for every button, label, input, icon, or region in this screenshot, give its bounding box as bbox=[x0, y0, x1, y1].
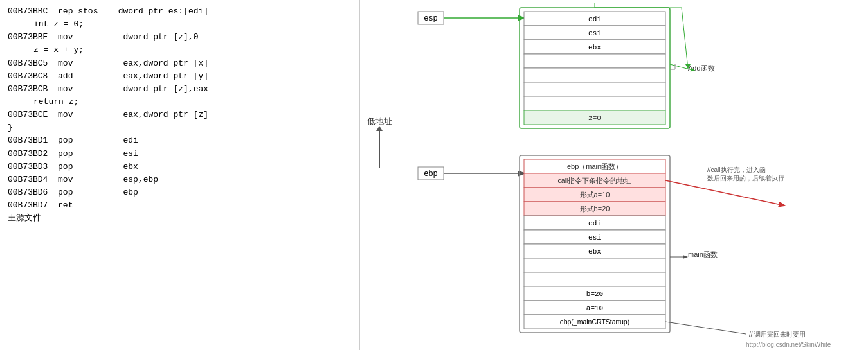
svg-text:Add函数: Add函数 bbox=[688, 64, 715, 72]
svg-line-47 bbox=[665, 180, 784, 206]
stack-diagram-svg: esp ebp edi esi bbox=[399, 0, 868, 350]
svg-text:call指令下条指令的地址: call指令下条指令的地址 bbox=[558, 177, 632, 184]
svg-text:ebp（main函数）: ebp（main函数） bbox=[567, 162, 622, 170]
svg-text:ebx: ebx bbox=[588, 248, 601, 256]
code-line: 00B73BBC rep stos dword ptr es:[edi] bbox=[8, 5, 352, 18]
svg-text:esp: esp bbox=[424, 14, 438, 23]
svg-text:ebx: ebx bbox=[588, 44, 601, 51]
svg-text:// 调用完回来时要用: // 调用完回来时要用 bbox=[749, 331, 806, 338]
svg-text:ebp(_mainCRTStartup): ebp(_mainCRTStartup) bbox=[560, 318, 629, 326]
code-line: 00B73BCE mov eax,dword ptr [z] bbox=[8, 109, 352, 121]
svg-text://call执行完，进入函: //call执行完，进入函 bbox=[707, 166, 766, 173]
code-line: 00B73BD3 pop ebx bbox=[8, 161, 352, 173]
svg-text:ebp: ebp bbox=[424, 170, 438, 179]
svg-rect-37 bbox=[524, 272, 665, 286]
svg-text:z=0: z=0 bbox=[588, 114, 601, 122]
svg-text:esi: esi bbox=[588, 234, 601, 241]
svg-text:形式a=10: 形式a=10 bbox=[580, 191, 610, 198]
code-line: 00B73BC8 add eax,dword ptr [y] bbox=[8, 70, 352, 83]
svg-rect-36 bbox=[524, 258, 665, 272]
code-line: 00B73BD2 pop esi bbox=[8, 148, 352, 161]
svg-rect-12 bbox=[524, 54, 665, 68]
svg-text:a=10: a=10 bbox=[586, 304, 603, 312]
code-line: 王源文件 bbox=[8, 212, 352, 225]
svg-rect-15 bbox=[524, 96, 665, 110]
svg-text:数后回来用的，后续着执行: 数后回来用的，后续着执行 bbox=[707, 175, 784, 182]
code-line: 00B73BCB mov dword ptr [z],eax bbox=[8, 83, 352, 96]
svg-rect-14 bbox=[524, 82, 665, 96]
svg-text:esi: esi bbox=[588, 30, 601, 37]
code-panel: 00B73BBC rep stos dword ptr es:[edi] int… bbox=[0, 0, 360, 350]
code-line: 00B73BC5 mov eax,dword ptr [x] bbox=[8, 57, 352, 70]
code-line: 00B73BD7 ret bbox=[8, 199, 352, 212]
code-line: 00B73BD1 pop edi bbox=[8, 134, 352, 147]
svg-text:b=20: b=20 bbox=[586, 290, 603, 298]
svg-text:形式b=20: 形式b=20 bbox=[580, 205, 610, 213]
svg-text:edi: edi bbox=[588, 15, 601, 23]
divider-panel: 低地址 bbox=[360, 0, 399, 350]
svg-line-54 bbox=[682, 8, 688, 69]
up-arrow-icon bbox=[379, 130, 380, 168]
code-line: int z = 0; bbox=[8, 18, 352, 31]
code-line: return z; bbox=[8, 96, 352, 109]
svg-text:main函数: main函数 bbox=[688, 250, 718, 258]
code-line: } bbox=[8, 121, 352, 134]
code-line: 00B73BBE mov dword ptr [z],0 bbox=[8, 31, 352, 44]
code-line: 00B73BD4 mov esp,ebp bbox=[8, 173, 352, 186]
svg-line-50 bbox=[665, 322, 746, 334]
svg-text:edi: edi bbox=[588, 220, 601, 227]
code-line: z = x + y; bbox=[8, 44, 352, 57]
code-line: 00B73BD6 pop ebp bbox=[8, 186, 352, 199]
svg-rect-13 bbox=[524, 68, 665, 82]
svg-text:http://blog.csdn.net/SkinWhite: http://blog.csdn.net/SkinWhite bbox=[746, 341, 831, 348]
stack-panel: esp ebp edi esi bbox=[399, 0, 868, 350]
